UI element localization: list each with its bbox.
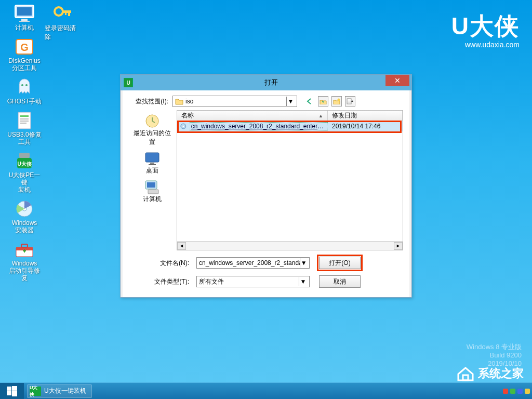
svg-point-7 [25,84,28,86]
windows-icon [6,385,18,397]
svg-rect-13 [19,153,30,158]
recent-icon [144,113,161,129]
svg-point-23 [55,7,63,16]
svg-rect-45 [12,391,17,396]
icon-label: 登录密码清除 [45,24,81,42]
svg-rect-10 [20,118,29,119]
folder-icon [175,98,183,105]
taskbar: U大侠 U大侠一键装机 [0,382,532,399]
svg-rect-12 [20,123,26,124]
brand: U大侠 www.udaxia.com [451,10,520,49]
house-icon [456,366,475,381]
svg-rect-25 [68,13,70,16]
scroll-left-icon[interactable]: ◄ [177,242,186,250]
cancel-button[interactable]: 取消 [319,275,361,288]
desktop-icon-wininstall[interactable]: Windows 安装器 [6,200,43,234]
icon-label: GHOST手动 [7,98,42,105]
chevron-down-icon[interactable]: ▼ [286,97,295,106]
icon-label: DiskGenius 分区工具 [8,57,40,72]
filename-input[interactable]: cn_windows_server_2008_r2_standard_en ▼ [196,257,310,269]
tray-icon[interactable] [503,389,508,394]
disc-icon [14,200,35,218]
sidebar-item-computer[interactable]: 计算机 [143,179,162,204]
desktop-icon-ghost[interactable]: GHOST手动 [6,78,43,105]
key-icon [52,4,73,23]
filetype-label: 文件类型(T): [129,277,196,286]
svg-rect-41 [463,375,468,380]
tray-icon[interactable] [510,389,515,394]
filetype-value: 所有文件 [199,277,224,286]
sidebar-item-label: 最近访问的位 置 [134,129,171,147]
back-button[interactable] [304,96,315,107]
filetype-combo[interactable]: 所有文件 ▼ [196,276,310,287]
svg-point-27 [338,99,340,101]
icon-label: 计算机 [15,24,34,31]
footer-logo: 系统之家 [456,366,524,381]
svg-rect-11 [20,121,29,122]
new-folder-button[interactable] [331,96,342,107]
sidebar-item-label: 计算机 [143,195,162,204]
svg-point-40 [183,126,184,127]
look-in-combo[interactable]: iso ▼ [172,96,297,107]
sort-asc-icon: ▲ [318,113,323,118]
taskbar-app-label: U大侠一键装机 [44,387,86,395]
svg-rect-29 [348,100,351,100]
svg-rect-34 [150,163,154,164]
svg-rect-37 [147,182,155,188]
titlebar[interactable]: U 打开 ✕ [121,75,411,90]
file-row[interactable]: cn_windows_server_2008_r2_standard_enter… [177,121,403,131]
icon-label: Windows 安装器 [12,219,37,234]
system-tray[interactable] [503,389,532,394]
file-name: cn_windows_server_2008_r2_standard_enter… [190,122,328,130]
svg-rect-35 [149,164,156,165]
tray-icon[interactable] [525,389,530,394]
file-date: 2019/10/14 17:46 [328,123,403,130]
icon-label: Windows 启动引导修复 [6,260,43,282]
taskbar-app[interactable]: U大侠 U大侠一键装机 [27,384,92,398]
sidebar-item-label: 桌面 [146,166,158,175]
horizontal-scrollbar[interactable]: ◄ ► [177,241,403,250]
folder-name: iso [185,98,193,105]
desktop-icon-diskgenius[interactable]: G DiskGenius 分区工具 [6,37,43,72]
highlight-box-open: 打开(O) [317,255,363,271]
svg-point-6 [21,84,23,86]
desktop-icon-usb3[interactable]: USB3.0修复 工具 [6,111,43,145]
sidebar-item-recent[interactable]: 最近访问的位 置 [134,113,171,147]
svg-rect-31 [348,102,351,102]
view-menu-button[interactable] [345,96,355,107]
svg-rect-43 [12,386,17,391]
iso-file-icon [180,123,188,129]
udaxia-icon: U大侠 [14,152,35,170]
up-folder-button[interactable] [318,96,328,107]
app-icon: U大侠 [30,387,41,396]
tray-icon[interactable] [517,389,523,394]
svg-rect-3 [19,21,30,22]
chevron-down-icon[interactable]: ▼ [299,277,307,286]
toolbox-icon [14,240,35,259]
svg-rect-33 [145,153,159,162]
watermark: Windows 8 专业版 Build 9200 2019/10/10 [467,343,522,368]
desktop-icon-computer[interactable]: 计算机 [6,4,43,31]
desktop-icon-password[interactable]: 登录密码清除 [45,4,81,42]
desktop-icon-udaxiape[interactable]: U大侠 U大侠PE一键 装机 [6,152,43,193]
open-button[interactable]: 打开(O) [319,257,361,269]
svg-rect-26 [65,13,66,15]
svg-rect-2 [21,19,28,21]
svg-rect-9 [20,115,29,117]
svg-rect-20 [21,244,28,247]
start-button[interactable] [0,383,24,400]
column-header-name[interactable]: 名称▲ [177,111,328,121]
sidebar-item-desktop[interactable]: 桌面 [144,151,161,175]
close-button[interactable]: ✕ [385,75,409,86]
ghost-icon [14,78,35,97]
column-header-date[interactable]: 修改日期 [328,111,403,121]
desktop-icon-bootfix[interactable]: Windows 启动引导修复 [6,240,43,282]
filename-label: 文件名(N): [129,259,196,268]
chevron-down-icon[interactable]: ▼ [300,258,307,268]
scroll-right-icon[interactable]: ► [394,242,403,250]
app-icon: U [124,78,133,87]
dialog-title: 打开 [133,78,409,87]
monitor-icon [14,4,35,23]
desktop-icon [144,151,161,166]
diskgenius-icon: G [14,37,35,56]
